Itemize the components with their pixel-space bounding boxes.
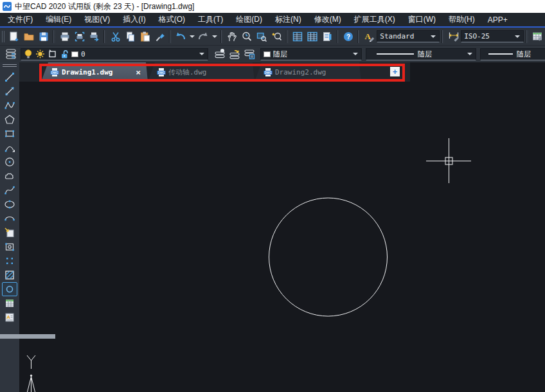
make-block-icon[interactable] bbox=[2, 240, 17, 254]
plot-state-icon[interactable] bbox=[48, 49, 57, 59]
pan-icon[interactable] bbox=[225, 29, 240, 44]
chevron-down-icon bbox=[467, 53, 472, 55]
point-icon[interactable] bbox=[2, 254, 17, 268]
table-style-icon[interactable] bbox=[530, 29, 545, 44]
menu-app-plus[interactable]: APP+ bbox=[481, 13, 514, 26]
dock-edge bbox=[0, 334, 55, 339]
circle-icon[interactable] bbox=[2, 155, 17, 169]
dimension-style-icon[interactable] bbox=[446, 29, 461, 44]
color-swatch bbox=[264, 51, 271, 57]
menu-modify[interactable]: 修改(M) bbox=[308, 12, 348, 27]
svg-text:DWG: DWG bbox=[264, 71, 272, 74]
toolbar-separator bbox=[337, 30, 339, 43]
menu-express[interactable]: 扩展工具(X) bbox=[348, 12, 402, 27]
zoom-realtime-icon[interactable] bbox=[240, 29, 255, 44]
toolbar-grip[interactable] bbox=[3, 64, 17, 67]
copy-icon[interactable] bbox=[123, 29, 138, 44]
toolbar-separator bbox=[286, 30, 289, 43]
save-icon[interactable] bbox=[36, 29, 51, 44]
open-icon[interactable] bbox=[21, 29, 36, 44]
design-center-icon[interactable] bbox=[305, 29, 320, 44]
window-title: 中望CAD 2020 试用版 (剩余 23 天) - [Drawing1.dwg… bbox=[15, 1, 194, 12]
chevron-down-icon bbox=[431, 35, 436, 38]
toolbar-grip[interactable] bbox=[2, 31, 5, 42]
linetype-select[interactable]: 随层 bbox=[366, 48, 476, 60]
lineweight-preview bbox=[488, 53, 513, 55]
bulb-on-icon[interactable] bbox=[24, 49, 33, 59]
ellipse-arc-icon[interactable] bbox=[2, 211, 17, 226]
menu-edit[interactable]: 编辑(E) bbox=[39, 12, 78, 27]
lineweight-value: 随层 bbox=[517, 49, 545, 59]
help-icon[interactable]: ? bbox=[341, 29, 355, 44]
layer-manager-icon[interactable] bbox=[242, 47, 256, 62]
ellipse-icon[interactable] bbox=[2, 197, 17, 211]
unlock-icon[interactable] bbox=[59, 49, 69, 59]
text-style-select[interactable]: Standard bbox=[377, 30, 440, 42]
toolbar-separator bbox=[53, 30, 55, 43]
layer-previous-icon[interactable] bbox=[227, 47, 242, 62]
print-preview-icon[interactable] bbox=[72, 29, 87, 44]
sun-icon[interactable] bbox=[35, 49, 45, 59]
menu-insert[interactable]: 插入(I) bbox=[116, 12, 152, 27]
chevron-down-icon bbox=[353, 53, 358, 55]
tab-chuandongzhou[interactable]: DWG 传动轴.dwg bbox=[148, 62, 255, 82]
plot-icon[interactable] bbox=[87, 29, 102, 44]
redo-icon[interactable] bbox=[196, 29, 211, 44]
menu-draw[interactable]: 绘图(D) bbox=[229, 12, 269, 27]
new-tab-button[interactable]: + bbox=[390, 67, 400, 76]
layer-properties-icon[interactable] bbox=[3, 47, 18, 62]
redo-dropdown-icon[interactable] bbox=[212, 35, 217, 38]
drawing-canvas[interactable] bbox=[19, 62, 545, 392]
paste-icon[interactable] bbox=[138, 29, 152, 44]
dim-style-value: ISO-25 bbox=[464, 32, 521, 40]
hatch-icon[interactable] bbox=[2, 268, 17, 282]
circle-entity bbox=[269, 198, 388, 316]
menu-bar: 文件(F) 编辑(E) 视图(V) 插入(I) 格式(O) 工具(T) 绘图(D… bbox=[0, 13, 545, 28]
cut-icon[interactable] bbox=[108, 29, 123, 44]
dwg-file-icon: DWG bbox=[157, 67, 166, 77]
revision-cloud-icon[interactable] bbox=[2, 169, 17, 183]
match-properties-icon[interactable] bbox=[152, 29, 167, 44]
menu-window[interactable]: 窗口(W) bbox=[402, 12, 442, 27]
menu-dimension[interactable]: 标注(N) bbox=[269, 12, 308, 27]
spline-icon[interactable] bbox=[2, 183, 17, 197]
menu-view[interactable]: 视图(V) bbox=[78, 12, 116, 27]
polyline-icon[interactable] bbox=[2, 98, 17, 112]
print-icon[interactable] bbox=[57, 29, 72, 44]
properties-icon[interactable] bbox=[290, 29, 305, 44]
menu-help[interactable]: 帮助(H) bbox=[442, 12, 481, 27]
layer-states-icon[interactable] bbox=[212, 47, 227, 62]
polygon-icon[interactable] bbox=[2, 112, 17, 127]
menu-format[interactable]: 格式(O) bbox=[152, 12, 192, 27]
dim-style-select[interactable]: ISO-25 bbox=[461, 30, 524, 42]
insert-block-icon[interactable] bbox=[2, 226, 17, 240]
color-select[interactable]: 随层 bbox=[260, 48, 362, 60]
crosshair-cursor bbox=[426, 138, 471, 183]
donut-icon[interactable] bbox=[2, 282, 17, 296]
undo-dropdown-icon[interactable] bbox=[190, 35, 195, 38]
layers-toolbar: 0 随层 随层 随层 bbox=[0, 45, 545, 62]
tab-drawing2[interactable]: DWG Drawing2.dwg bbox=[255, 62, 361, 82]
new-icon[interactable] bbox=[6, 29, 21, 44]
toolbar-separator bbox=[169, 30, 172, 43]
tab-drawing1[interactable]: DWG Drawing1.dwg × bbox=[41, 62, 148, 82]
zwcad-logo-icon bbox=[3, 2, 12, 11]
layer-select[interactable]: 0 bbox=[21, 48, 208, 60]
svg-text:DWG: DWG bbox=[157, 71, 165, 74]
arc-icon[interactable] bbox=[2, 141, 17, 155]
mtext-icon[interactable]: A bbox=[2, 310, 17, 325]
menu-tools[interactable]: 工具(T) bbox=[192, 12, 229, 27]
table-icon[interactable] bbox=[2, 296, 17, 310]
undo-icon[interactable] bbox=[174, 29, 188, 44]
text-style-icon[interactable]: A bbox=[362, 29, 377, 44]
tool-palettes-icon[interactable] bbox=[320, 29, 335, 44]
close-icon[interactable]: × bbox=[134, 68, 143, 76]
zoom-window-icon[interactable] bbox=[255, 29, 269, 44]
zoom-previous-icon[interactable] bbox=[269, 29, 284, 44]
tab-label: 传动轴.dwg bbox=[168, 67, 249, 77]
line-icon[interactable] bbox=[2, 70, 17, 84]
lineweight-select[interactable]: 随层 bbox=[480, 48, 545, 60]
construction-line-icon[interactable] bbox=[2, 84, 17, 98]
menu-file[interactable]: 文件(F) bbox=[1, 12, 39, 27]
rectangle-icon[interactable] bbox=[2, 127, 17, 141]
